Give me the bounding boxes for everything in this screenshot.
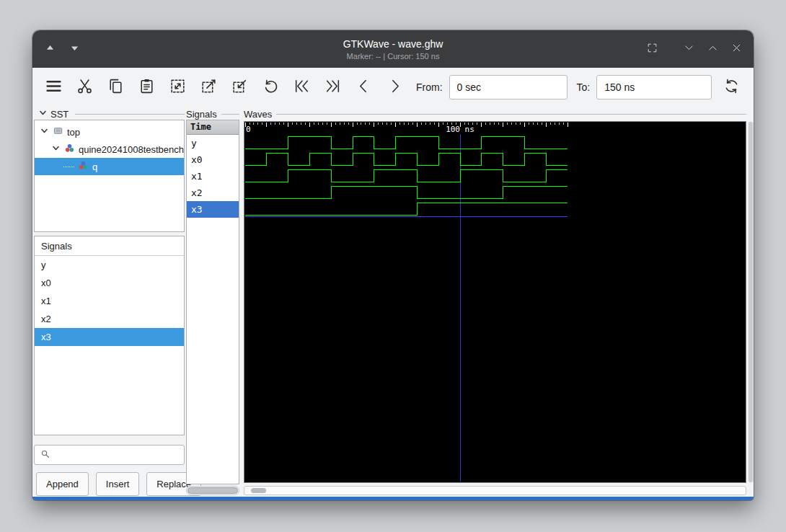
signal-action-buttons: Append Insert Replace [36,472,201,496]
menu-button[interactable] [43,76,64,98]
signal-list-header: Signals [35,236,184,256]
reload-button[interactable] [720,76,742,98]
signal-search-box[interactable] [34,445,185,465]
wave-name-row-x2[interactable]: x2 [187,185,239,201]
name-panel-scrollbar[interactable] [186,486,239,495]
titlebar[interactable]: GTKWave - wave.ghw Marker: -- | Cursor: … [32,30,754,68]
waves-frame-line [276,114,746,115]
svg-text:0: 0 [246,125,251,134]
go-to-start-button[interactable] [291,76,312,98]
wave-name-row-x0[interactable]: x0 [187,151,239,168]
minimize-button[interactable] [680,40,697,58]
go-to-end-button[interactable] [322,76,343,98]
toolbar: From: To: [32,68,754,107]
insert-button[interactable]: Insert [96,472,140,496]
to-label: To: [577,81,591,93]
shift-right-button[interactable] [384,76,405,98]
waveform-canvas[interactable]: 0100 ns [244,122,746,482]
scrollbar-thumb[interactable] [251,488,266,493]
wave-name-row-x3[interactable]: x3 [187,201,239,218]
copy-button[interactable] [105,76,126,98]
wave-vertical-scrollbar[interactable] [748,121,754,483]
sst-label: SST [50,109,69,120]
zoom-out-icon [231,77,249,97]
main-area: SST top quine20241008testbench q Si [32,107,754,497]
paste-button[interactable] [136,76,157,98]
scrollbar-thumb[interactable] [749,122,753,482]
signal-list-item-x2[interactable]: x2 [35,310,184,328]
from-label: From: [416,81,443,93]
cut-button[interactable] [74,76,95,98]
reload-icon [723,77,741,97]
titlebar-arrow-down-button[interactable] [66,40,83,58]
close-icon [730,42,743,56]
signal-list-item-x3[interactable]: x3 [35,328,184,346]
wave-horizontal-scrollbar[interactable] [244,486,746,495]
signal-search-input[interactable] [55,450,179,461]
scissors-icon [76,77,94,97]
chevron-right-icon [386,77,404,97]
svg-text:100 ns: 100 ns [446,125,474,134]
to-input[interactable] [596,75,712,99]
tree-node-testbench[interactable]: quine20241008testbench [35,141,184,158]
chevron-down-icon [683,42,695,56]
signals-frame-title: Signals [186,109,217,120]
fullscreen-button[interactable] [643,40,661,58]
tree-node-q[interactable]: q [35,158,184,175]
zoom-out-button[interactable] [229,76,250,98]
waveform-area[interactable]: 0100 ns [244,121,746,483]
tree-node-top[interactable]: top [35,123,184,141]
component-icon [64,143,75,156]
expander-chevron-icon [51,143,61,155]
zoom-fit-button[interactable] [167,76,188,98]
tree-node-label: quine20241008testbench [79,144,184,155]
skip-to-end-icon [324,77,342,97]
zoom-fit-icon [169,77,187,97]
from-input[interactable] [449,75,568,99]
append-button[interactable]: Append [36,472,89,496]
component-icon [78,160,89,173]
zoom-in-icon [200,77,218,97]
sst-frame-line [75,114,185,115]
undo-arrow-icon [262,77,280,97]
waves-frame-title: Waves [244,109,272,120]
tree-node-label: top [67,127,184,138]
expander-chevron-icon [40,126,49,138]
skip-to-start-icon [293,77,311,97]
zoom-undo-button[interactable] [260,76,281,98]
sst-tree: top quine20241008testbench q [34,120,185,232]
signals-frame-line [221,114,239,115]
signal-list-item-x1[interactable]: x1 [35,292,184,310]
titlebar-arrow-up-button[interactable] [41,40,58,58]
close-button[interactable] [728,40,745,58]
expander-chevron-icon [38,108,48,120]
gtkwave-window: GTKWave - wave.ghw Marker: -- | Cursor: … [32,30,754,500]
arrow-up-icon [44,42,56,56]
signals-frame-label: Signals [186,108,239,120]
wave-name-row-x1[interactable]: x1 [187,168,239,185]
chevron-up-icon [707,42,719,56]
signal-list: yx0x1x2x3 [35,256,184,346]
menu-icon [45,77,63,97]
shift-left-button[interactable] [353,76,374,98]
scrollbar-thumb[interactable] [187,487,238,494]
wave-name-panel: Time yx0x1x2x3 [186,120,239,484]
arrow-down-icon [69,42,81,56]
tree-connector-line [63,167,74,167]
chevron-left-icon [355,77,373,97]
fullscreen-icon [646,42,658,56]
wave-name-row-y[interactable]: y [187,135,239,151]
waves-frame-label: Waves [244,108,746,120]
module-icon [53,125,63,138]
zoom-in-button[interactable] [198,76,219,98]
copy-icon [107,77,125,97]
sst-expander[interactable]: SST [38,108,185,120]
search-icon [40,448,50,462]
maximize-button[interactable] [704,40,721,58]
signal-list-item-x0[interactable]: x0 [35,274,184,292]
tree-node-label: q [92,161,184,172]
time-header: Time [187,120,239,135]
signal-list-panel: Signals yx0x1x2x3 [34,236,185,435]
paste-icon [138,77,156,97]
signal-list-item-y[interactable]: y [35,256,184,274]
